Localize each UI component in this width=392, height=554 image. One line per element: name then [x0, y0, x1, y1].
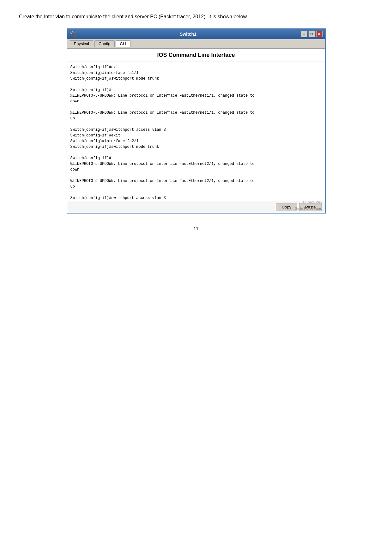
tabs-bar: Physical Config CLI	[67, 39, 325, 49]
copy-button[interactable]: Copy	[276, 203, 297, 211]
minimize-button[interactable]: –	[301, 31, 307, 37]
window-title: Switch1	[75, 32, 301, 37]
tab-config[interactable]: Config	[94, 40, 115, 47]
bottom-bar: Copy Paste Activate Win Go to PC setting…	[67, 201, 325, 213]
title-bar: 🔌 Switch1 – □ ×	[67, 29, 325, 39]
page-number: 11	[19, 226, 373, 231]
window-controls: – □ ×	[301, 31, 323, 37]
close-button[interactable]: ×	[316, 31, 323, 37]
paste-button[interactable]: Paste	[299, 203, 322, 211]
ios-header: IOS Command Line Interface	[67, 49, 325, 62]
cli-content[interactable]: Switch(config-if)#exit Switch(config)#in…	[67, 62, 325, 201]
tab-cli[interactable]: CLI	[116, 40, 130, 47]
window-icon: 🔌	[70, 31, 75, 37]
maximize-button[interactable]: □	[309, 31, 315, 37]
cli-text: Switch(config-if)#exit Switch(config)#in…	[70, 64, 322, 201]
tab-physical[interactable]: Physical	[70, 40, 93, 47]
intro-paragraph: Create the Inter vlan to communicate the…	[19, 13, 373, 21]
switch1-window: 🔌 Switch1 – □ × Physical Config CLI IOS …	[67, 28, 326, 214]
cli-wrapper: Switch(config-if)#exit Switch(config)#in…	[67, 62, 325, 201]
